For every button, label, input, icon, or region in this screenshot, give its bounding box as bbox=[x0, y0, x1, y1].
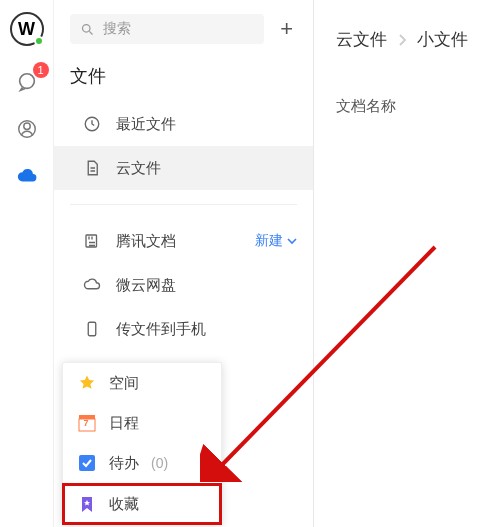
popup-item-label: 待办 bbox=[109, 454, 139, 473]
avatar[interactable]: W bbox=[10, 12, 44, 46]
calendar-icon: 7 bbox=[77, 413, 97, 433]
popup-item-space[interactable]: 空间 bbox=[63, 363, 221, 403]
popup-item-schedule[interactable]: 7 日程 bbox=[63, 403, 221, 443]
svg-rect-9 bbox=[79, 455, 95, 471]
popup-item-label: 空间 bbox=[109, 374, 139, 393]
breadcrumb-root[interactable]: 云文件 bbox=[336, 28, 387, 51]
phone-icon bbox=[82, 319, 102, 339]
sidebar-item-label: 传文件到手机 bbox=[116, 320, 206, 339]
column-header-name[interactable]: 文档名称 bbox=[336, 97, 478, 116]
rail-contacts[interactable] bbox=[16, 118, 38, 140]
search-row: 搜索 + bbox=[54, 14, 313, 60]
main-pane: 云文件 小文件 文档名称 bbox=[314, 0, 500, 527]
file-icon bbox=[82, 158, 102, 178]
sidebar-item-label: 腾讯文档 bbox=[116, 232, 176, 251]
check-icon bbox=[77, 453, 97, 473]
sidebar-item-weiyun[interactable]: 微云网盘 bbox=[54, 263, 313, 307]
search-icon bbox=[80, 22, 95, 37]
popup-item-label: 日程 bbox=[109, 414, 139, 433]
nav-rail: W 1 bbox=[0, 0, 54, 527]
sidebar-item-label: 云文件 bbox=[116, 159, 161, 178]
sidebar-item-tencent-docs[interactable]: 腾讯文档 新建 bbox=[54, 219, 313, 263]
sidebar-item-label: 微云网盘 bbox=[116, 276, 176, 295]
todo-count: (0) bbox=[151, 455, 168, 471]
sidebar-item-send-phone[interactable]: 传文件到手机 bbox=[54, 307, 313, 351]
status-dot-icon bbox=[34, 36, 44, 46]
section-title: 文件 bbox=[54, 60, 313, 102]
breadcrumb: 云文件 小文件 bbox=[336, 28, 478, 51]
svg-point-0 bbox=[19, 74, 34, 89]
popup-item-todo[interactable]: 待办 (0) bbox=[63, 443, 221, 483]
clock-icon bbox=[82, 114, 102, 134]
chevron-down-icon bbox=[287, 236, 297, 246]
docs-icon bbox=[82, 231, 102, 251]
star-icon bbox=[77, 373, 97, 393]
avatar-text: W bbox=[18, 19, 35, 40]
sidebar-item-cloud[interactable]: 云文件 bbox=[54, 146, 313, 190]
popup-item-favorites[interactable]: 收藏 bbox=[62, 483, 222, 525]
sidebar-item-recent[interactable]: 最近文件 bbox=[54, 102, 313, 146]
tencent-new-link[interactable]: 新建 bbox=[255, 232, 297, 250]
add-button[interactable]: + bbox=[276, 16, 297, 42]
svg-rect-6 bbox=[88, 322, 96, 336]
popup-menu: 空间 7 日程 待办 (0) 收藏 bbox=[62, 362, 222, 525]
sidebar-item-label: 最近文件 bbox=[116, 115, 176, 134]
chevron-right-icon bbox=[397, 34, 407, 46]
rail-cloud[interactable] bbox=[16, 164, 38, 186]
breadcrumb-child[interactable]: 小文件 bbox=[417, 28, 468, 51]
messages-badge: 1 bbox=[33, 62, 49, 78]
search-input[interactable]: 搜索 bbox=[70, 14, 264, 44]
bookmark-icon bbox=[77, 494, 97, 514]
cloud-drive-icon bbox=[82, 275, 102, 295]
divider bbox=[70, 204, 297, 205]
popup-item-label: 收藏 bbox=[109, 495, 139, 514]
svg-point-3 bbox=[83, 24, 91, 32]
search-placeholder: 搜索 bbox=[103, 20, 131, 38]
rail-messages[interactable]: 1 bbox=[15, 70, 39, 94]
svg-point-1 bbox=[23, 123, 29, 129]
